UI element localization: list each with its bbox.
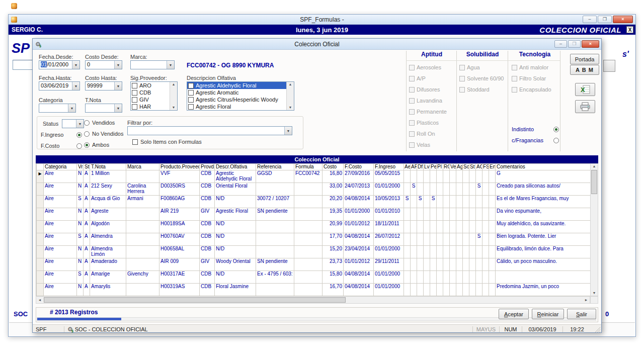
cell[interactable] [476,258,482,271]
attribute-checkbox[interactable]: Anti malolor [511,62,559,73]
cell[interactable] [256,233,294,246]
cell[interactable]: 16,80 [323,170,344,183]
attribute-checkbox[interactable]: Encapsulado [511,84,559,95]
cell[interactable] [294,183,323,196]
cell[interactable]: 29/11/2011 [374,258,404,271]
cell[interactable]: 04/08/2014 [344,196,374,208]
cell[interactable] [126,246,159,258]
cell[interactable]: SN pendiente [256,258,294,271]
cell[interactable] [482,233,489,246]
cell[interactable]: 33,00 [323,183,344,196]
cell[interactable]: S [430,196,437,208]
cell[interactable]: AIR 009 [159,258,200,271]
cell[interactable] [450,170,456,183]
cell[interactable]: GIV [200,208,215,221]
attribute-checkbox[interactable]: Filtro Solar [511,73,559,84]
cell[interactable]: SN pendiente [256,208,294,221]
cell[interactable] [469,183,476,196]
column-header[interactable]: St [84,164,90,170]
cell[interactable] [437,246,443,258]
list-item[interactable]: ARO [131,82,170,89]
cell[interactable]: 23,73 [323,258,344,271]
row-selector[interactable] [37,258,44,271]
cell[interactable] [424,233,430,246]
attribute-checkbox[interactable]: Permanente [408,106,455,117]
cell[interactable]: 04/08/2014 [344,284,374,296]
cell[interactable] [294,208,323,221]
cell[interactable]: 27/09/2016 [344,170,374,183]
scrollbar[interactable]: ▲ ▼ [170,82,177,110]
radio-no-vendidos[interactable]: No Vendidos [84,131,123,137]
cell[interactable] [417,221,424,233]
descripcion-olfativa-list[interactable]: Agrestic Aldehydic FloralAgrestic Aromat… [187,81,294,111]
cell[interactable] [404,183,411,196]
cell[interactable]: N/D [215,271,256,284]
column-header[interactable]: Pe [430,164,437,170]
cell[interactable] [463,221,469,233]
cell[interactable]: 01/01/2000 [374,271,404,284]
cell[interactable] [469,271,476,284]
row-selector[interactable] [37,284,44,296]
cell[interactable]: A [84,196,90,208]
cell[interactable]: Es el de Mares Fragancias, muy [496,196,591,208]
cell[interactable] [126,258,159,271]
cell[interactable]: 01/01/2012 [344,258,374,271]
export-excel-button[interactable]: X [575,83,595,96]
cell[interactable]: 19,35 [323,208,344,221]
cell[interactable] [404,233,411,246]
cell[interactable]: 15,80 [323,271,344,284]
column-header[interactable]: Df [417,164,424,170]
cell[interactable]: 01/01/2012 [344,221,374,233]
cell[interactable]: Agrestic Aldehydic Floral [215,170,256,183]
cell[interactable]: Acqua di Gio [90,196,126,208]
scrollbar[interactable]: ▲ ▼ [286,82,294,110]
row-selector[interactable]: ▶ [37,170,44,183]
cell[interactable]: 17,70 [323,233,344,246]
salir-button[interactable]: Salir [567,309,596,319]
cell[interactable] [424,271,430,284]
list-item[interactable]: Agrestic Aldehydic Floral [187,82,286,89]
cell[interactable]: CDB [200,221,215,233]
attribute-checkbox[interactable]: Velas [408,139,455,150]
column-header[interactable]: F.Ingreso [374,164,404,170]
radio-indistinto[interactable]: Indistinto [512,126,559,132]
cell[interactable]: S [77,233,84,246]
header-close-button[interactable]: X [626,26,633,33]
attribute-checkbox[interactable]: Difusores [408,84,455,95]
cell[interactable]: A [84,208,90,221]
cell[interactable]: 10/05/2013 [374,196,404,208]
cell[interactable] [496,271,591,284]
cell[interactable] [476,246,482,258]
cell[interactable]: N [77,246,84,258]
cell[interactable] [443,284,450,296]
column-header[interactable]: Pl [437,164,443,170]
column-header[interactable]: AP [411,164,417,170]
cell[interactable] [437,233,443,246]
attribute-checkbox[interactable]: Lavandina [408,95,455,106]
cell[interactable]: 20,99 [323,221,344,233]
cell[interactable] [294,284,323,296]
cell[interactable] [482,271,489,284]
column-header[interactable]: Comentarios [496,164,591,170]
cell[interactable] [437,221,443,233]
cell[interactable] [424,284,430,296]
cell[interactable] [450,233,456,246]
scrollbar-thumb[interactable] [44,297,346,303]
cell[interactable]: Aire [44,183,77,196]
column-header[interactable]: RO [443,164,450,170]
column-header[interactable]: Descr.Olfativa [215,164,256,170]
cell[interactable]: 01/01/2000 [374,284,404,296]
cell[interactable] [476,221,482,233]
column-header[interactable]: St [469,164,476,170]
cell[interactable] [411,208,417,221]
cell[interactable] [443,271,450,284]
cell[interactable] [411,233,417,246]
cell[interactable]: A [84,221,90,233]
dropdown-arrow-icon[interactable]: ▼ [72,61,79,69]
maximize-button[interactable]: ❐ [598,16,612,23]
cell[interactable]: CDB [200,196,215,208]
cell[interactable] [456,233,463,246]
cell[interactable] [411,271,417,284]
list-item[interactable]: HAR [131,103,170,110]
cell[interactable] [424,221,430,233]
